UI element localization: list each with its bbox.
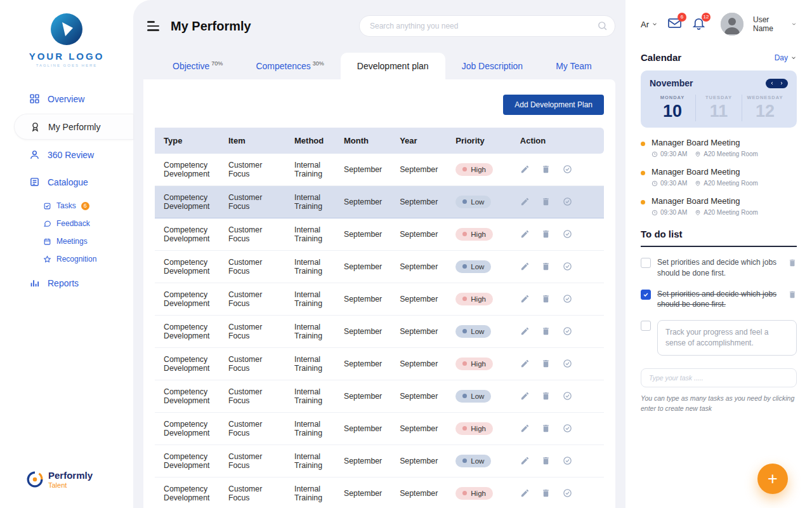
sidebar-item-overview[interactable]: Overview <box>14 86 133 111</box>
avatar[interactable] <box>721 13 743 36</box>
sidebar-item-catalogue[interactable]: Catalogue <box>14 170 133 194</box>
todo-delete-icon[interactable] <box>788 290 797 299</box>
todo-checkbox[interactable] <box>641 258 651 268</box>
complete-icon[interactable] <box>563 262 572 271</box>
delete-icon[interactable] <box>541 326 551 336</box>
todo-checkbox[interactable] <box>641 290 651 300</box>
table-row[interactable]: Competency Development Customer Focus In… <box>155 154 604 186</box>
event-title: Manager Board Meeting <box>652 138 758 147</box>
tab[interactable]: Objective70% <box>156 52 239 79</box>
sidebar-item-meetings[interactable]: Meetings <box>43 232 133 250</box>
tab[interactable]: Development plan <box>341 53 445 79</box>
edit-icon[interactable] <box>520 488 530 498</box>
edit-icon[interactable] <box>520 197 530 206</box>
todo-item: Set priorities and decide which jobs sho… <box>641 257 797 279</box>
sidebar-item-reports[interactable]: Reports <box>14 271 133 295</box>
sidebar-item-recognition[interactable]: Recognition <box>43 250 133 268</box>
delete-icon[interactable] <box>541 488 551 498</box>
calendar-event[interactable]: Manager Board Meeting 09:30 AM A20 Meeti… <box>641 196 797 216</box>
complete-icon[interactable] <box>563 326 572 336</box>
delete-icon[interactable] <box>541 391 551 401</box>
priority-dot <box>462 426 467 431</box>
sidebar-item-tasks[interactable]: Tasks 6 <box>43 197 133 215</box>
sidebar-item-360-review[interactable]: 360 Review <box>14 142 133 167</box>
tab[interactable]: Job Description <box>445 53 540 79</box>
delete-icon[interactable] <box>541 197 551 206</box>
table-row[interactable]: Competency Development Customer Focus In… <box>155 477 604 508</box>
table-header-row: TypeItemMethodMonthYearPriorityAction <box>155 128 604 154</box>
cell-type: Competency Development <box>155 412 219 444</box>
add-development-plan-button[interactable]: Add Development Plan <box>503 95 604 115</box>
todo-delete-icon[interactable] <box>788 258 797 267</box>
table-row[interactable]: Competency Development Customer Focus In… <box>155 315 604 347</box>
complete-icon[interactable] <box>563 424 572 433</box>
complete-icon[interactable] <box>563 229 572 239</box>
table-row[interactable]: Competency Development Customer Focus In… <box>155 347 604 380</box>
delete-icon[interactable] <box>541 359 551 368</box>
sidebar-item-my-performly[interactable]: My Performly <box>14 114 133 140</box>
calendar-event[interactable]: Manager Board Meeting 09:30 AM A20 Meeti… <box>641 167 797 187</box>
edit-icon[interactable] <box>520 391 530 401</box>
user-menu[interactable]: User Name <box>753 15 797 33</box>
priority-label: Low <box>471 328 484 335</box>
table-row[interactable]: Competency Development Customer Focus In… <box>155 380 604 412</box>
event-location: A20 Meeting Room <box>704 209 758 216</box>
complete-icon[interactable] <box>563 164 572 174</box>
calendar-day[interactable]: WEDNESDAY 12 <box>742 95 788 121</box>
edit-icon[interactable] <box>520 456 530 465</box>
edit-icon[interactable] <box>520 229 530 239</box>
chevron-left-icon[interactable] <box>769 81 775 86</box>
edit-icon[interactable] <box>520 424 530 433</box>
calendar-day[interactable]: TUESDAY 11 <box>695 95 742 121</box>
table-row[interactable]: Competency Development Customer Focus In… <box>155 218 604 250</box>
edit-icon[interactable] <box>520 326 530 336</box>
menu-icon[interactable] <box>147 21 159 31</box>
complete-icon[interactable] <box>563 294 572 304</box>
edit-icon[interactable] <box>520 164 530 174</box>
messages-button[interactable]: 6 <box>667 16 682 33</box>
cell-month: September <box>335 154 391 186</box>
add-fab[interactable]: + <box>757 464 788 494</box>
delete-icon[interactable] <box>541 262 551 271</box>
edit-icon[interactable] <box>520 262 530 271</box>
development-plan-panel: Add Development Plan TypeItemMethodMonth… <box>143 79 615 508</box>
calendar-day[interactable]: MONDAY 10 <box>650 95 695 121</box>
complete-icon[interactable] <box>563 488 572 498</box>
sidebar-item-feedback[interactable]: Feedback <box>43 215 133 232</box>
new-task-input[interactable] <box>641 368 797 387</box>
todo-text: Set priorities and decide which jobs sho… <box>657 289 782 311</box>
complete-icon[interactable] <box>563 197 572 206</box>
delete-icon[interactable] <box>541 294 551 304</box>
language-selector[interactable]: Ar <box>641 20 658 29</box>
calendar-view-label: Day <box>775 53 788 62</box>
table-row[interactable]: Competency Development Customer Focus In… <box>155 444 604 477</box>
event-dot <box>641 171 645 175</box>
edit-icon[interactable] <box>520 294 530 304</box>
delete-icon[interactable] <box>541 229 551 239</box>
notifications-button[interactable]: 12 <box>691 16 706 33</box>
delete-icon[interactable] <box>541 424 551 433</box>
tab[interactable]: My Team <box>539 53 608 79</box>
cell-item: Customer Focus <box>219 154 285 186</box>
complete-icon[interactable] <box>563 456 572 465</box>
table-row[interactable]: Competency Development Customer Focus In… <box>155 412 604 444</box>
delete-icon[interactable] <box>541 164 551 174</box>
delete-icon[interactable] <box>541 456 551 465</box>
chevron-right-icon[interactable] <box>779 81 784 86</box>
search-input[interactable] <box>359 15 615 37</box>
edit-icon[interactable] <box>520 359 530 368</box>
todo-checkbox[interactable] <box>641 321 651 331</box>
tab[interactable]: Competences30% <box>239 52 340 79</box>
calendar-view-select[interactable]: Day <box>775 53 797 62</box>
calendar-day-number: 11 <box>696 102 742 121</box>
footer-brand: Performly Talent <box>27 470 93 489</box>
table-row[interactable]: Competency Development Customer Focus In… <box>155 185 604 218</box>
right-panel: Ar 6 12 User Name Calendar Day <box>625 0 812 508</box>
table-row[interactable]: Competency Development Customer Focus In… <box>155 250 604 283</box>
search-icon[interactable] <box>597 20 608 31</box>
calendar-event[interactable]: Manager Board Meeting 09:30 AM A20 Meeti… <box>641 138 797 157</box>
todo-list: Set priorities and decide which jobs sho… <box>641 257 797 356</box>
complete-icon[interactable] <box>563 391 572 401</box>
complete-icon[interactable] <box>563 359 572 368</box>
table-row[interactable]: Competency Development Customer Focus In… <box>155 283 604 315</box>
